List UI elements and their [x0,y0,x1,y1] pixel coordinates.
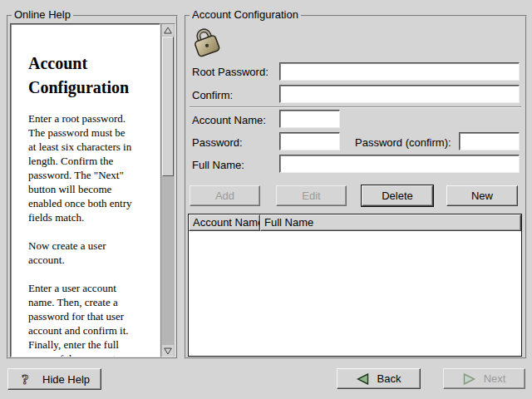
account-table-header: Account Name Full Name [189,214,521,231]
full-name-label: Full Name: [192,159,244,171]
hide-help-button[interactable]: ? Hide Help [7,368,101,390]
help-content: Account Configuration Enter a root passw… [11,52,160,357]
add-button[interactable]: Add [190,185,260,206]
new-button-label: New [471,190,493,202]
installer-window: Online Help Account Configuration Enter … [0,0,532,399]
scroll-down-button[interactable] [162,345,174,357]
hide-help-button-label: Hide Help [42,373,90,386]
root-password-label: Root Password: [192,66,268,78]
scroll-up-icon [164,27,172,34]
next-button[interactable]: Next [443,368,525,389]
full-name-input[interactable] [279,155,520,173]
help-scrollbar[interactable] [160,23,175,357]
help-heading: Account Configuration [28,52,153,100]
account-table: Account Name Full Name [188,214,522,357]
svg-text:?: ? [22,372,29,387]
next-button-label: Next [484,372,506,385]
help-paragraph: Enter a user account name. Then, create … [28,281,153,357]
column-header-account-name[interactable]: Account Name [189,214,260,231]
back-button-label: Back [377,372,401,385]
delete-button[interactable]: Delete [362,185,433,206]
account-table-body[interactable] [189,231,521,356]
password-confirm-input[interactable] [459,132,520,150]
scroll-down-icon [164,347,172,355]
help-paragraph: Enter a root password. The password must… [28,111,153,224]
question-mark-icon: ? [21,372,32,387]
confirm-password-input[interactable] [279,85,520,103]
online-help-frame-label: Online Help [12,9,73,21]
column-header-full-name[interactable]: Full Name [260,214,521,231]
new-button[interactable]: New [446,185,518,206]
password-label: Password: [192,136,243,149]
add-button-label: Add [215,190,234,202]
scrollbar-thumb[interactable] [162,37,174,176]
scroll-up-button[interactable] [162,24,174,36]
confirm-label: Confirm: [192,89,233,101]
password-confirm-label: Password (confirm): [355,136,451,149]
account-configuration-frame-label: Account Configuration [190,9,301,21]
help-text-panel: Account Configuration Enter a root passw… [10,23,160,357]
root-password-input[interactable] [279,62,520,81]
back-button[interactable]: Back [337,368,421,389]
edit-button-label: Edit [302,190,320,202]
delete-button-label: Delete [382,190,413,202]
horizontal-separator [190,106,521,108]
edit-button[interactable]: Edit [276,185,347,206]
account-name-label: Account Name: [192,114,266,126]
back-arrow-icon [357,373,369,385]
help-paragraph: Now create a user account. [28,239,153,267]
password-input[interactable] [279,132,340,150]
padlock-icon [190,25,223,60]
account-name-input[interactable] [279,110,340,128]
next-arrow-icon [463,373,475,385]
